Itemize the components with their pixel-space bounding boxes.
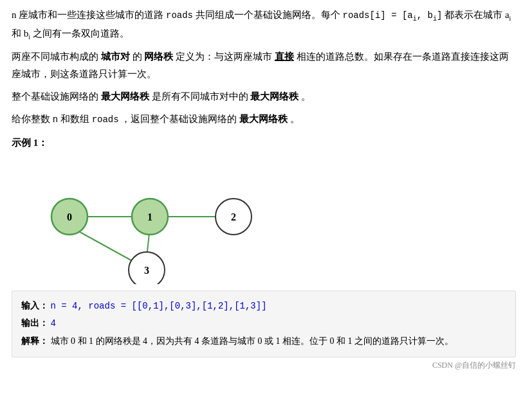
input-value: n = 4, roads = [[0,1],[0,3],[1,2],[1,3]] — [51, 301, 267, 311]
main-content: n 座城市和一些连接这些城市的道路 roads 共同组成一个基础设施网络。每个 … — [0, 0, 527, 377]
output-label: 输出： — [21, 318, 48, 328]
example-title: 示例 1： — [12, 137, 516, 149]
p4-code2: roads — [92, 114, 119, 125]
p3-text1: 整个基础设施网络的 — [12, 91, 101, 102]
graph-svg: 0 1 2 3 — [24, 156, 269, 284]
p3-bold1: 最大网络秩 — [101, 91, 149, 102]
p2-text1: 两座不同城市构成的 — [12, 51, 101, 62]
p1-text1: n 座城市和一些连接这些城市的道路 — [12, 10, 166, 20]
p3-text3: 。 — [298, 91, 311, 102]
p1-code2: roads[i] = [ai, bi] — [343, 10, 443, 21]
p2-text3: 定义为：与这两座城市 — [173, 51, 275, 62]
input-line: 输入： n = 4, roads = [[0,1],[0,3],[1,2],[1… — [21, 298, 506, 315]
p1-code1: roads — [166, 10, 193, 21]
p4-bold1: 最大网络秩 — [239, 114, 288, 124]
p3-bold2: 最大网络秩 — [250, 91, 298, 102]
paragraph-3: 整个基础设施网络的 最大网络秩 是所有不同城市对中的 最大网络秩 。 — [12, 88, 516, 105]
node-3-label: 3 — [144, 264, 149, 275]
node-1-label: 1 — [147, 211, 152, 222]
p4-text1: 给你整数 — [12, 114, 53, 124]
p2-bold1: 城市对 — [101, 51, 130, 62]
explain-line: 解释： 城市 0 和 1 的网络秩是 4，因为共有 4 条道路与城市 0 或 1… — [21, 333, 506, 350]
p3-text2: 是所有不同城市对中的 — [149, 91, 251, 102]
explain-text: 城市 0 和 1 的网络秩是 4，因为共有 4 条道路与城市 0 或 1 相连。… — [51, 336, 454, 346]
node-0-label: 0 — [67, 211, 72, 222]
p4-text3: ，返回整个基础设施网络的 — [119, 114, 240, 124]
paragraph-1: n 座城市和一些连接这些城市的道路 roads 共同组成一个基础设施网络。每个 … — [12, 6, 516, 43]
p1-text2: 共同组成一个基础设施网络。每个 — [193, 10, 343, 20]
io-block: 输入： n = 4, roads = [[0,1],[0,3],[1,2],[1… — [12, 291, 516, 357]
explain-label: 解释： — [21, 336, 48, 346]
output-line: 输出： 4 — [21, 315, 506, 332]
paragraph-2: 两座不同城市构成的 城市对 的 网络秩 定义为：与这两座城市 直接 相连的道路总… — [12, 48, 516, 83]
p4-text2: 和数组 — [58, 114, 92, 124]
paragraph-4: 给你整数 n 和数组 roads ，返回整个基础设施网络的 最大网络秩 。 — [12, 111, 516, 128]
node-2-label: 2 — [231, 211, 236, 222]
p2-bold-ul: 直接 — [275, 51, 294, 62]
p4-text4: 。 — [288, 114, 300, 124]
watermark: CSDN @自信的小螺丝钉 — [12, 360, 516, 371]
p4-code1: n — [53, 114, 58, 125]
output-value: 4 — [51, 318, 56, 328]
p2-bold2: 网络秩 — [144, 51, 173, 62]
p2-text2: 的 — [130, 51, 145, 62]
input-label: 输入： — [21, 301, 48, 310]
graph-container: 0 1 2 3 — [24, 156, 516, 284]
